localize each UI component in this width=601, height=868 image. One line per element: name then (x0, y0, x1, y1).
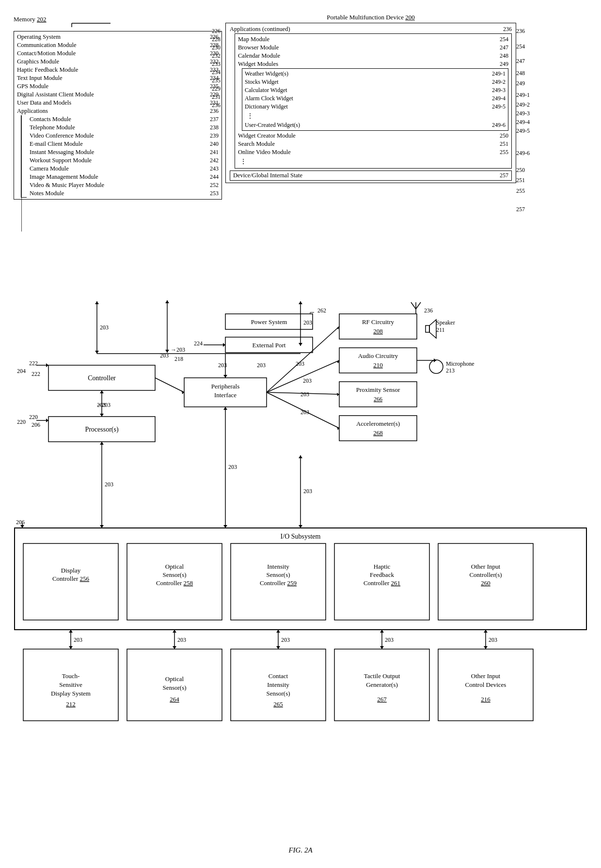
svg-text:203: 203 (257, 362, 266, 369)
text-input-label: Text Input Module (17, 75, 63, 82)
svg-text:Memory 202: Memory 202 (14, 16, 47, 23)
svg-rect-30 (339, 382, 417, 407)
pmd-title: Portable Multifunction Device 200 (225, 14, 516, 21)
im-label: Instant Messaging Module (30, 149, 94, 156)
svg-text:249-2: 249-2 (516, 101, 530, 108)
svg-line-137 (267, 326, 339, 392)
svg-text:203: 203 (160, 352, 169, 359)
stocks-num: 249-2 (492, 78, 506, 86)
svg-marker-85 (69, 646, 73, 649)
svg-marker-102 (484, 630, 488, 633)
svg-text:268: 268 (373, 429, 383, 436)
comm-num: 228 (210, 42, 219, 49)
svg-rect-36 (184, 378, 267, 407)
calendar-label: Calendar Module (238, 52, 280, 60)
svg-marker-60 (100, 414, 104, 417)
svg-text:Feedback: Feedback (370, 571, 394, 578)
svg-text:248: 248 (516, 70, 525, 77)
svg-text:Sensor(s): Sensor(s) (162, 684, 186, 691)
svg-marker-94 (276, 630, 280, 633)
svg-marker-93 (276, 646, 280, 649)
svg-marker-128 (95, 301, 99, 304)
svg-text:203: 203 (281, 636, 290, 643)
svg-marker-98 (380, 630, 384, 633)
svg-text:218: 218 (174, 356, 183, 362)
applications-num: 236 (210, 108, 219, 115)
svg-text:203: 203 (303, 488, 312, 495)
dictionary-num: 249-5 (492, 103, 506, 110)
image-mgmt-label: Image Management Module (30, 173, 98, 181)
svg-text:203: 203 (100, 324, 109, 331)
os-num: 226 (210, 33, 219, 41)
svg-text:→203: →203 (171, 346, 185, 353)
svg-line-182 (416, 302, 421, 309)
svg-text:211: 211 (436, 326, 445, 333)
svg-rect-4 (225, 314, 313, 329)
da-label: Digital Assistant Client Module (17, 91, 94, 98)
camera-label: Camera Module (30, 165, 69, 172)
svg-rect-118 (334, 649, 429, 721)
svg-rect-76 (334, 543, 429, 620)
svg-text:249-4: 249-4 (516, 119, 530, 125)
graphics-num: 232 (210, 58, 219, 65)
svg-text:267: 267 (377, 696, 387, 703)
svg-text:208: 208 (373, 327, 383, 335)
haptic-label: Haptic Feedback Module (17, 66, 78, 74)
applications-label: Applications (17, 108, 48, 115)
svg-text:203: 203 (300, 391, 309, 398)
svg-text:260: 260 (481, 579, 490, 587)
svg-text:262: 262 (317, 307, 326, 314)
svg-marker-21 (429, 320, 436, 338)
svg-text:249-5: 249-5 (516, 127, 530, 134)
svg-marker-190 (20, 525, 24, 528)
svg-text:255: 255 (516, 187, 525, 194)
svg-rect-40 (48, 365, 155, 390)
browser-num: 247 (500, 44, 508, 51)
svg-text:204: 204 (17, 368, 26, 374)
svg-rect-109 (127, 649, 222, 721)
svg-marker-136 (223, 375, 227, 378)
svg-text:Sensitive: Sensitive (59, 681, 82, 688)
svg-text:RF Circuitry: RF Circuitry (362, 318, 395, 326)
svg-rect-104 (23, 649, 118, 721)
gps-num: 235 (210, 83, 219, 90)
svg-text:Audio Circuitry: Audio Circuitry (358, 352, 398, 359)
svg-line-143 (267, 392, 339, 394)
svg-rect-22 (339, 348, 417, 373)
svg-rect-9 (225, 337, 313, 353)
svg-rect-45 (48, 417, 155, 442)
svg-text:Sensor(s): Sensor(s) (266, 571, 290, 578)
svg-text:Generator(s): Generator(s) (366, 681, 398, 688)
svg-text:236: 236 (424, 307, 433, 314)
svg-text:Accelerometer(s): Accelerometer(s) (356, 420, 400, 427)
svg-text:203: 203 (218, 362, 227, 369)
widget-modules-num: 249 (500, 61, 508, 68)
svg-marker-29 (434, 358, 436, 362)
svg-marker-44 (46, 363, 48, 367)
svg-rect-63 (15, 528, 586, 630)
svg-marker-49 (46, 418, 48, 422)
notes-label: Notes Module (30, 190, 64, 197)
dictionary-label: Dictionary Widget (245, 103, 288, 110)
svg-text:Sensor(s): Sensor(s) (266, 690, 290, 697)
svg-text:206: 206 (32, 421, 40, 428)
svg-text:249-6: 249-6 (516, 150, 530, 156)
svg-text:Power System: Power System (251, 318, 287, 326)
svg-text:249: 249 (516, 80, 525, 87)
calculator-label: Calculator Widget (245, 87, 287, 94)
svg-marker-193 (100, 442, 104, 445)
widget-creator-num: 250 (500, 132, 508, 140)
svg-marker-56 (165, 300, 169, 303)
svg-marker-61 (100, 390, 104, 393)
contact-num: 230 (210, 50, 219, 57)
alarm-num: 249-4 (492, 95, 506, 102)
svg-text:236: 236 (516, 28, 525, 34)
device-state-num: 257 (500, 172, 508, 179)
svg-text:Display System: Display System (51, 690, 91, 697)
haptic-num: 233 (210, 66, 219, 74)
svg-text:250: 250 (516, 167, 525, 173)
svg-text:264: 264 (170, 696, 179, 703)
svg-marker-186 (299, 455, 302, 458)
svg-text:203: 203 (228, 464, 237, 470)
svg-text:216: 216 (481, 696, 490, 703)
